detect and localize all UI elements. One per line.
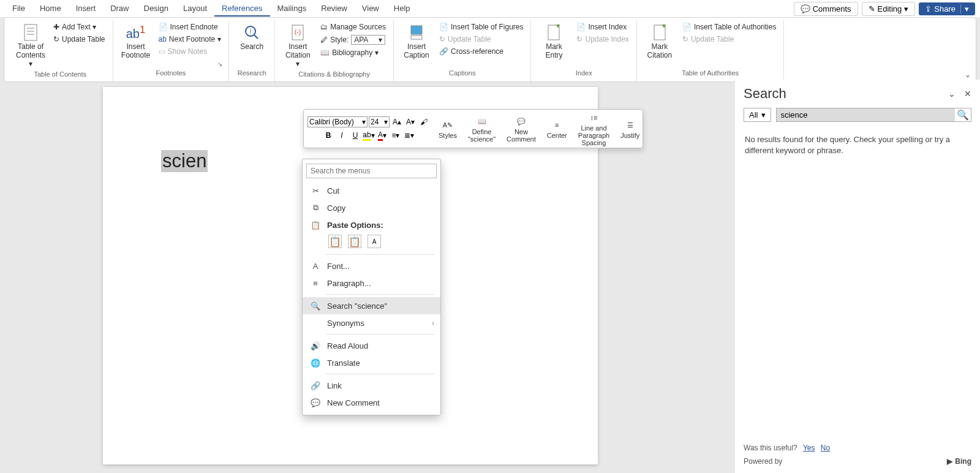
insert-index-button[interactable]: 📄Insert Index [574,21,631,32]
comments-label: Comments [813,4,851,13]
ctx-translate[interactable]: 🌐Translate [303,354,440,371]
bing-logo: ▶Bing [947,457,971,466]
menu-review[interactable]: Review [314,1,355,17]
ctx-copy[interactable]: ⧉Copy [303,199,440,216]
spacing-button[interactable]: ↕≡Line andParagraph Spacing [576,111,612,146]
next-footnote-button[interactable]: abNext Footnote ▾ [156,34,224,45]
useful-yes-link[interactable]: Yes [803,444,815,452]
insert-citation-button[interactable]: (-) InsertCitation ▾ [280,21,315,69]
menu-file[interactable]: File [5,1,32,17]
update-authorities-button[interactable]: ↻Update Table [680,34,779,45]
paste-text-only-button[interactable]: A [368,235,381,248]
style-selector[interactable]: 🖉Style:APA▾ [318,34,388,46]
highlight-icon[interactable]: ab▾ [363,129,375,142]
shrink-font-icon[interactable]: A▾ [404,116,417,128]
menu-insert[interactable]: Insert [69,1,104,17]
group-citations: (-) InsertCitation ▾ 🗂Manage Sources 🖉St… [275,20,394,81]
add-text-label: Add Text [62,23,90,31]
add-text-button[interactable]: ✚Add Text ▾ [51,21,108,32]
update-index-button[interactable]: ↻Update Index [574,34,631,45]
chevron-down-icon: ▾ [379,36,382,44]
scope-dropdown[interactable]: All▾ [744,108,771,122]
menu-draw[interactable]: Draw [103,1,136,17]
show-notes-button[interactable]: ▭Show Notes [156,46,224,57]
paste-merge-button[interactable]: 📋 [348,235,361,248]
dialog-launcher-icon[interactable]: ↘ [217,61,222,67]
close-icon[interactable]: ✕ [964,89,971,99]
menu-home[interactable]: Home [32,1,69,17]
search-label: Search [240,42,263,51]
search-input[interactable] [777,108,955,121]
numbering-icon[interactable]: ≣▾ [403,129,415,142]
group-index: MarkEntry 📄Insert Index ↻Update Index In… [531,20,636,81]
comments-button[interactable]: 💬 Comments [794,2,858,16]
insert-figures-button[interactable]: 📄Insert Table of Figures [437,21,526,32]
styles-button[interactable]: A✎Styles [436,118,459,139]
menu-references[interactable]: References [214,1,270,17]
bibliography-button[interactable]: 📖Bibliography ▾ [318,47,388,58]
group-toc: Table ofContents ▾ ✚Add Text ▾ ↻Update T… [8,20,113,81]
font-icon: A [310,260,321,271]
insert-footnote-button[interactable]: ab1 InsertFootnote [118,21,154,61]
ctx-cut[interactable]: ✂Cut [303,182,440,199]
useful-no-link[interactable]: No [821,444,830,452]
group-label: Citations & Bibliography [280,69,388,80]
ctx-font[interactable]: AFont... [303,257,440,274]
mini-toolbar: Calibri (Body)▾ 24▾ A▴ A▾ 🖌 B I U ab▾ A▾… [303,109,643,148]
update-table-captions-button[interactable]: ↻Update Table [437,34,526,45]
menu-layout[interactable]: Layout [176,1,214,17]
menu-design[interactable]: Design [137,1,176,17]
size-select[interactable]: 24▾ [369,116,390,127]
collapse-ribbon-icon[interactable]: ⌄ [965,70,971,79]
menu-view[interactable]: View [355,1,386,17]
update-table-button[interactable]: ↻Update Table [51,34,108,45]
insert-endnote-button[interactable]: 📄Insert Endnote [156,21,224,32]
search-submit-icon[interactable]: 🔍 [955,109,971,121]
grow-font-icon[interactable]: A▴ [391,116,403,128]
menu-mailings[interactable]: Mailings [270,1,314,17]
bold-icon[interactable]: B [322,129,334,142]
insert-caption-button[interactable]: InsertCaption [399,21,434,61]
refresh-icon: ↻ [682,35,688,44]
refresh-icon: ↻ [53,35,59,44]
biblio-icon: 📖 [320,48,330,57]
bullets-icon[interactable]: ≡▾ [390,129,402,142]
italic-icon[interactable]: I [336,129,348,142]
selected-text[interactable]: scien [161,150,208,172]
share-button[interactable]: ⇪ Share ▾ [919,2,975,15]
manage-sources-button[interactable]: 🗂Manage Sources [318,21,388,32]
mark-entry-button[interactable]: MarkEntry [536,21,571,61]
ctx-link[interactable]: 🔗Link [303,377,440,394]
underline-icon[interactable]: U [349,129,361,142]
mark-entry-label: MarkEntry [545,42,562,59]
ctx-new-comment[interactable]: 💬New Comment [303,394,440,411]
table-of-contents-button[interactable]: Table ofContents ▾ [13,21,48,69]
format-painter-icon[interactable]: 🖌 [418,116,430,128]
ctx-read-aloud[interactable]: 🔊Read Aloud [303,337,440,354]
ctx-paragraph[interactable]: ≡Paragraph... [303,274,440,292]
toc-icon [21,23,40,42]
font-select[interactable]: Calibri (Body)▾ [307,116,368,127]
paste-keep-formatting-button[interactable]: 📋 [328,235,342,248]
figures-label: Insert Table of Figures [451,23,524,31]
define-button[interactable]: 📖Define"science" [466,115,498,143]
ribbon: Table ofContents ▾ ✚Add Text ▾ ↻Update T… [4,17,976,82]
crossref-icon: 🔗 [439,47,448,56]
menu-search[interactable] [306,164,437,178]
editing-button[interactable]: ✎ Editing ▾ [862,2,916,16]
justify-button[interactable]: ☰Justify [618,118,642,139]
ctx-synonyms[interactable]: Synonyms› [303,314,440,331]
style-dropdown[interactable]: APA▾ [351,35,385,45]
ctx-search-science[interactable]: 🔍Search "science" [303,297,440,314]
group-label: Index [536,68,631,79]
new-comment-button[interactable]: 💬NewComment [504,115,538,143]
center-button[interactable]: ≡Center [545,118,570,139]
font-color-icon[interactable]: A▾ [376,129,388,142]
menu-search-input[interactable] [306,164,437,178]
cross-reference-button[interactable]: 🔗Cross-reference [437,46,526,57]
search-button[interactable]: i Search [234,21,270,52]
mark-citation-button[interactable]: MarkCitation [642,21,677,61]
insert-authorities-button[interactable]: 📄Insert Table of Authorities [680,21,779,32]
collapse-icon[interactable]: ⌄ [948,89,956,99]
menu-help[interactable]: Help [386,1,418,17]
